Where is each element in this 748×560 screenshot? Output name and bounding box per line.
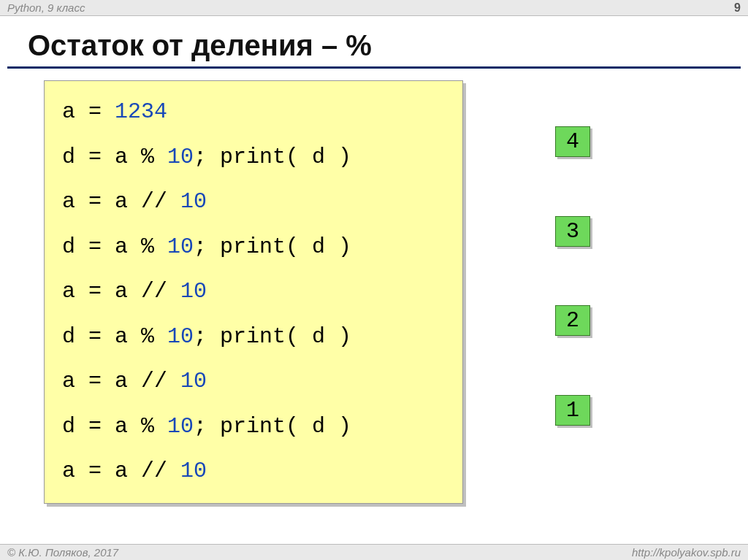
code-number-literal: 10 <box>167 234 194 259</box>
code-text: d = a % <box>62 145 167 169</box>
copyright-text: © К.Ю. Поляков, 2017 <box>7 546 118 559</box>
code-number-literal: 10 <box>167 145 194 169</box>
slide-footer: © К.Ю. Поляков, 2017 http://kpolyakov.sp… <box>0 544 748 560</box>
code-line: a = 1234 <box>62 99 167 124</box>
code-text: ; print( d ) <box>194 414 351 439</box>
code-text: a = a // <box>62 459 180 483</box>
page-number: 9 <box>734 1 741 15</box>
code-line: d = a % 10; print( d ) <box>62 234 351 259</box>
code-text: ; print( d ) <box>194 234 351 259</box>
code-text: d = a % <box>62 324 167 349</box>
code-text: ; print( d ) <box>194 145 351 169</box>
code-number-literal: 10 <box>180 189 207 214</box>
code-number-literal: 10 <box>180 459 207 483</box>
code-text: a = a // <box>62 189 180 214</box>
code-number-literal: 10 <box>180 279 207 304</box>
footer-url: http://kpolyakov.spb.ru <box>632 546 741 559</box>
code-text: d = a % <box>62 234 167 259</box>
code-block: a = 1234 d = a % 10; print( d ) a = a //… <box>44 80 463 504</box>
code-line: a = a // 10 <box>62 189 207 214</box>
code-number-literal: 10 <box>167 324 194 349</box>
output-value-box: 4 <box>555 126 590 157</box>
slide-title: Остаток от деления – % <box>28 29 748 62</box>
code-text: a = a // <box>62 279 180 304</box>
code-line: d = a % 10; print( d ) <box>62 324 351 349</box>
code-number-literal: 1234 <box>115 99 167 124</box>
output-value-box: 3 <box>555 216 590 247</box>
output-value-box: 1 <box>555 395 590 426</box>
code-line: a = a // 10 <box>62 459 207 483</box>
code-text: a = <box>62 99 115 124</box>
code-line: a = a // 10 <box>62 369 207 394</box>
course-label: Python, 9 класс <box>7 1 85 14</box>
code-text: d = a % <box>62 414 167 439</box>
code-text: ; print( d ) <box>194 324 351 349</box>
code-number-literal: 10 <box>167 414 194 439</box>
code-line: a = a // 10 <box>62 279 207 304</box>
code-line: d = a % 10; print( d ) <box>62 145 351 169</box>
code-number-literal: 10 <box>180 369 207 394</box>
output-value-box: 2 <box>555 305 590 336</box>
slide-content: a = 1234 d = a % 10; print( d ) a = a //… <box>0 69 748 504</box>
code-text: a = a // <box>62 369 180 394</box>
slide-header: Python, 9 класс 9 <box>0 0 748 16</box>
code-line: d = a % 10; print( d ) <box>62 414 351 439</box>
